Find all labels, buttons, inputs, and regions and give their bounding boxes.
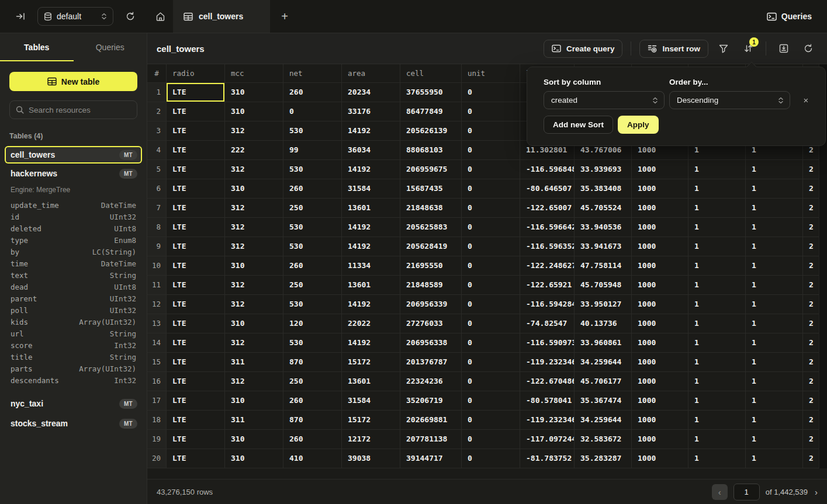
table-cell[interactable]: 35.383408 [575, 179, 632, 199]
table-cell[interactable]: 13601 [342, 276, 400, 295]
table-cell[interactable]: LTE [167, 295, 225, 314]
filter-button[interactable] [714, 39, 733, 58]
table-cell[interactable]: LTE [167, 276, 225, 295]
table-cell[interactable]: 311 [225, 411, 283, 430]
remove-sort-button[interactable]: × [798, 91, 814, 109]
table-cell[interactable]: LTE [167, 449, 225, 468]
table-cell[interactable]: 1 [746, 237, 803, 256]
order-by-select[interactable]: Descending [669, 91, 790, 109]
table-cell[interactable]: 312 [225, 199, 283, 218]
table-cell[interactable]: 1000 [632, 218, 688, 237]
table-cell[interactable]: 1000 [632, 295, 688, 314]
table-cell[interactable]: 250 [283, 199, 342, 218]
table-cell[interactable]: LTE [167, 314, 225, 333]
table-cell[interactable]: 22324236 [400, 372, 462, 391]
table-cell[interactable]: LTE [167, 256, 225, 276]
table-cell[interactable]: 310 [225, 102, 283, 121]
next-page-button[interactable]: › [814, 487, 819, 497]
table-cell[interactable]: 1 [688, 179, 746, 199]
download-button[interactable] [774, 39, 793, 58]
table-cell[interactable]: 14192 [342, 121, 400, 141]
table-cell[interactable]: LTE [167, 160, 225, 179]
refresh-table-button[interactable] [799, 39, 818, 58]
table-cell[interactable]: 530 [283, 333, 342, 353]
table-cell[interactable]: 205626139 [400, 121, 462, 141]
table-cell[interactable]: 1000 [632, 411, 688, 430]
table-cell[interactable]: 0 [462, 199, 520, 218]
table-cell[interactable]: 15172 [342, 411, 400, 430]
table-cell[interactable]: 14192 [342, 218, 400, 237]
table-cell[interactable]: 1 [688, 391, 746, 411]
table-cell[interactable]: 530 [283, 160, 342, 179]
page-number-input[interactable] [733, 484, 760, 500]
table-cell[interactable]: 35.367474 [575, 391, 632, 411]
table-cell[interactable]: 15687435 [400, 179, 462, 199]
table-cell[interactable]: -122.65921 [520, 276, 575, 295]
table-cell[interactable]: LTE [167, 179, 225, 199]
table-cell[interactable]: 1 [746, 160, 803, 179]
table-cell[interactable]: 0 [462, 333, 520, 353]
table-cell[interactable]: -80.646507 [520, 179, 575, 199]
table-cell[interactable]: 1 [746, 199, 803, 218]
table-cell[interactable]: LTE [167, 237, 225, 256]
table-cell[interactable]: 310 [225, 449, 283, 468]
table-cell[interactable]: 1 [746, 295, 803, 314]
table-cell[interactable]: 1 [746, 314, 803, 333]
table-cell[interactable]: 0 [462, 372, 520, 391]
table-cell[interactable]: 1 [746, 391, 803, 411]
table-cell[interactable]: 250 [283, 372, 342, 391]
table-cell[interactable]: 530 [283, 121, 342, 141]
table-cell[interactable]: 1 [746, 353, 803, 372]
table-cell[interactable]: 0 [462, 353, 520, 372]
database-selector[interactable]: default [37, 7, 113, 26]
table-cell[interactable]: 32.583672 [575, 430, 632, 449]
table-cell[interactable]: 31584 [342, 179, 400, 199]
table-cell[interactable]: 312 [225, 276, 283, 295]
table-cell[interactable]: 37655950 [400, 83, 462, 102]
table-cell[interactable]: 205628419 [400, 237, 462, 256]
table-cell[interactable]: 0 [462, 391, 520, 411]
table-cell[interactable]: 202669881 [400, 411, 462, 430]
table-cell[interactable]: 0 [462, 411, 520, 430]
sidebar-tab-tables[interactable]: Tables [0, 33, 74, 61]
apply-sort-button[interactable]: Apply [618, 116, 659, 134]
table-cell[interactable]: 88068103 [400, 141, 462, 160]
home-button[interactable] [147, 0, 173, 33]
table-cell[interactable]: 530 [283, 237, 342, 256]
table-cell[interactable]: 1000 [632, 333, 688, 353]
sidebar-item-hackernews[interactable]: hackernews MT [5, 165, 142, 182]
table-cell[interactable]: 0 [462, 102, 520, 121]
table-cell[interactable]: 0 [462, 314, 520, 333]
table-cell[interactable]: 206959675 [400, 160, 462, 179]
table-cell[interactable]: 0 [462, 449, 520, 468]
table-cell[interactable]: -80.578041 [520, 391, 575, 411]
sort-column-select[interactable]: created [544, 91, 665, 109]
table-cell[interactable]: 20234 [342, 83, 400, 102]
table-cell[interactable]: 86477849 [400, 102, 462, 121]
table-cell[interactable]: 260 [283, 391, 342, 411]
table-cell[interactable]: 0 [462, 83, 520, 102]
table-cell[interactable]: 310 [225, 314, 283, 333]
table-cell[interactable]: 1000 [632, 314, 688, 333]
table-cell[interactable]: 1 [688, 430, 746, 449]
table-cell[interactable]: 13601 [342, 372, 400, 391]
table-cell[interactable]: 206956338 [400, 333, 462, 353]
table-cell[interactable]: 22022 [342, 314, 400, 333]
table-cell[interactable]: 13601 [342, 199, 400, 218]
table-cell[interactable]: 1 [746, 372, 803, 391]
table-cell[interactable]: 206956339 [400, 295, 462, 314]
table-cell[interactable]: 45.706177 [575, 372, 632, 391]
table-cell[interactable]: 34.259644 [575, 353, 632, 372]
table-cell[interactable]: -122.248627 [520, 256, 575, 276]
table-cell[interactable]: 1 [746, 449, 803, 468]
table-cell[interactable]: 1 [688, 276, 746, 295]
refresh-databases-button[interactable] [122, 8, 139, 25]
table-cell[interactable]: 1 [688, 295, 746, 314]
table-cell[interactable]: 205625883 [400, 218, 462, 237]
create-query-button[interactable]: Create query [544, 40, 623, 58]
table-cell[interactable]: 1 [688, 449, 746, 468]
table-cell[interactable]: LTE [167, 218, 225, 237]
table-cell[interactable]: 14192 [342, 333, 400, 353]
table-cell[interactable]: LTE [167, 333, 225, 353]
table-cell[interactable]: -116.594284 [520, 295, 575, 314]
